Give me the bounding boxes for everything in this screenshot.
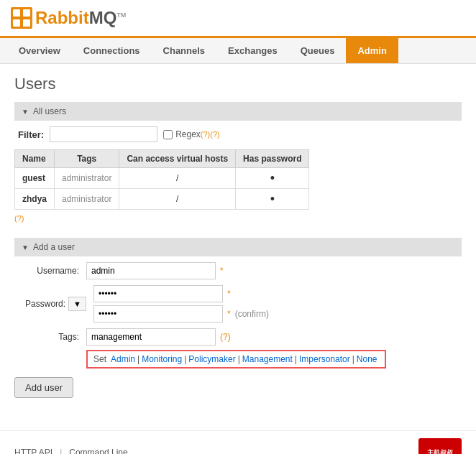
- user-name-zhdya: zhdya: [15, 189, 55, 210]
- collapse-arrow-icon: ▼: [22, 108, 29, 116]
- nav-item-exchanges[interactable]: Exchanges: [216, 38, 289, 63]
- username-input[interactable]: [86, 262, 216, 279]
- add-user-header: ▼ Add a user: [14, 238, 462, 256]
- table-row: zhdya administrator / •: [15, 189, 309, 210]
- svg-rect-1: [13, 9, 20, 17]
- http-api-link[interactable]: HTTP API: [14, 448, 52, 454]
- badge-text: 主机叔叔: [427, 449, 453, 454]
- filter-row: Filter: Regex (?) (?): [14, 126, 462, 142]
- password-input-row: *: [93, 285, 269, 302]
- password-input[interactable]: [93, 285, 223, 302]
- user-password-guest: •: [236, 168, 309, 189]
- logo-tm: TM: [116, 11, 126, 19]
- nav-item-queues[interactable]: Queues: [289, 38, 347, 63]
- help-link-2[interactable]: (?): [210, 130, 219, 139]
- regex-checkbox[interactable]: [163, 130, 173, 139]
- col-header-password: Has password: [236, 150, 309, 168]
- tags-row: Tags: (?): [14, 328, 462, 346]
- set-label: Set: [93, 354, 106, 364]
- add-user-section: ▼ Add a user Username: * Password: ▼ *: [14, 238, 462, 398]
- rabbitmq-logo-icon: [11, 7, 32, 29]
- tag-btn-management[interactable]: Management: [240, 354, 295, 364]
- password-dropdown-btn[interactable]: ▼: [68, 297, 86, 311]
- tag-btn-none[interactable]: None: [354, 354, 380, 364]
- tag-btn-policymaker[interactable]: Policymaker: [186, 354, 237, 364]
- help-link-1[interactable]: (?): [201, 130, 210, 139]
- main-nav: Overview Connections Channels Exchanges …: [0, 38, 476, 64]
- nav-link-connections[interactable]: Connections: [72, 38, 152, 63]
- svg-rect-4: [23, 19, 30, 27]
- add-user-arrow-icon: ▼: [22, 244, 29, 251]
- password-confirm-row: * (confirm): [93, 305, 269, 323]
- all-users-section: ▼ All users Filter: Regex (?) (?) Name T…: [14, 102, 462, 223]
- all-users-header: ▼ All users: [14, 102, 462, 121]
- tag-btn-impersonator[interactable]: Impersonator: [297, 354, 352, 364]
- user-password-zhdya: •: [236, 189, 309, 210]
- tags-help-link[interactable]: (?): [220, 332, 231, 342]
- password-label-group: Password: ▼: [14, 297, 86, 311]
- user-vhosts-guest: /: [119, 168, 236, 189]
- nav-link-channels[interactable]: Channels: [152, 38, 217, 63]
- add-user-label: Add a user: [33, 242, 75, 252]
- footer: HTTP API | Command Line 主机叔叔: [0, 430, 476, 454]
- password-row: Password: ▼ * * (confirm): [14, 285, 462, 323]
- add-user-button[interactable]: Add user: [14, 377, 73, 398]
- password-confirm-input[interactable]: [93, 305, 223, 323]
- table-row: guest administrator / •: [15, 168, 309, 189]
- confirm-text: (confirm): [235, 309, 269, 319]
- tag-buttons-row: Set Admin | Monitoring | Policymaker | M…: [86, 350, 462, 369]
- col-header-vhosts: Can access virtual hosts: [119, 150, 236, 168]
- logo: RabbitRabbitMQMQTM: [11, 7, 126, 29]
- header: RabbitRabbitMQMQTM: [0, 0, 476, 38]
- user-tags-zhdya: administrator: [55, 189, 119, 210]
- page-title: Users: [14, 75, 462, 93]
- nav-link-overview[interactable]: Overview: [7, 38, 72, 63]
- nav-item-connections[interactable]: Connections: [72, 38, 152, 63]
- col-header-name: Name: [15, 150, 55, 168]
- svg-rect-2: [23, 9, 30, 17]
- table-help-link[interactable]: (?): [14, 214, 24, 223]
- footer-separator: |: [60, 448, 62, 454]
- footer-badge: 主机叔叔: [418, 438, 462, 454]
- col-header-tags: Tags: [55, 150, 119, 168]
- nav-item-channels[interactable]: Channels: [152, 38, 217, 63]
- user-vhosts-zhdya: /: [119, 189, 236, 210]
- tag-buttons-box: Set Admin | Monitoring | Policymaker | M…: [86, 350, 386, 369]
- nav-item-admin[interactable]: Admin: [346, 38, 398, 63]
- users-table: Name Tags Can access virtual hosts Has p…: [14, 149, 309, 210]
- command-line-link[interactable]: Command Line: [69, 448, 127, 454]
- nav-link-admin[interactable]: Admin: [346, 38, 398, 63]
- regex-area: Regex (?) (?): [163, 129, 220, 139]
- username-row: Username: *: [14, 262, 462, 279]
- tags-label: Tags:: [14, 332, 79, 342]
- user-name-guest: guest: [15, 168, 55, 189]
- nav-link-exchanges[interactable]: Exchanges: [216, 38, 289, 63]
- main-content: Users ▼ All users Filter: Regex (?) (?) …: [0, 64, 476, 423]
- user-tags-guest: administrator: [55, 168, 119, 189]
- filter-label: Filter:: [18, 129, 44, 140]
- password-required: *: [227, 289, 231, 299]
- tag-btn-monitoring[interactable]: Monitoring: [139, 354, 184, 364]
- password-inputs: * * (confirm): [93, 285, 269, 323]
- svg-rect-3: [13, 19, 20, 27]
- nav-item-overview[interactable]: Overview: [7, 38, 72, 63]
- nav-link-queues[interactable]: Queues: [289, 38, 347, 63]
- logo-text: RabbitRabbitMQMQTM: [35, 8, 126, 28]
- all-users-label: All users: [33, 106, 66, 116]
- regex-label: Regex: [175, 129, 201, 139]
- username-required: *: [220, 266, 224, 276]
- tag-btn-admin[interactable]: Admin: [109, 354, 137, 364]
- password-label: Password:: [25, 299, 65, 309]
- filter-input[interactable]: [50, 126, 157, 142]
- tags-input[interactable]: [86, 328, 216, 346]
- footer-links: HTTP API | Command Line: [14, 448, 128, 454]
- username-label: Username:: [14, 266, 79, 276]
- password-confirm-required: *: [227, 309, 231, 319]
- logo-rabbit: Rabbit: [35, 8, 89, 27]
- table-help: (?): [14, 213, 462, 223]
